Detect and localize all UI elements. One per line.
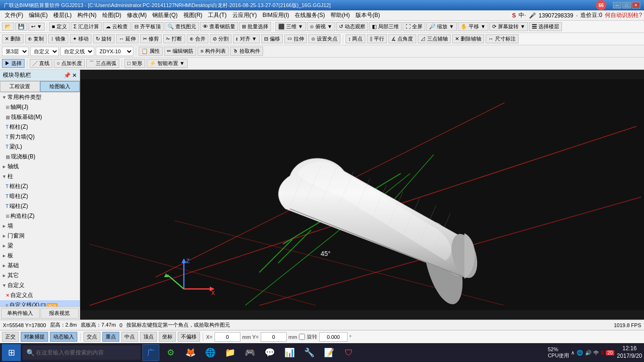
btn-open[interactable]: 📂: [2, 23, 14, 31]
tree-item-common[interactable]: ▼ 常用构件类型: [0, 92, 80, 102]
btn-view-steel[interactable]: 👁 查看钢筋量: [200, 22, 238, 31]
menu-modify[interactable]: 修改(M): [124, 10, 149, 20]
viewport[interactable]: 45° Z X: [80, 70, 644, 320]
system-time[interactable]: 12:16 2017/9/20: [617, 345, 642, 360]
taskbar-app-8[interactable]: 📊: [281, 344, 298, 361]
menu-cloud[interactable]: 云应用(Y): [230, 10, 260, 20]
tree-item-frame-col[interactable]: T 框柱(Z): [0, 122, 80, 132]
tree-item-beam[interactable]: T 梁(L): [0, 142, 80, 152]
menu-component[interactable]: 构件(N): [74, 10, 99, 20]
btn-property[interactable]: 📋 属性: [139, 47, 163, 56]
btn-no-move[interactable]: 不偏移: [178, 332, 200, 342]
btn-ortho[interactable]: 正交: [2, 332, 19, 342]
btn-find[interactable]: 🔍 查找图元: [165, 22, 199, 31]
tree-item-az[interactable]: T 暗柱(Z): [0, 191, 80, 201]
tree-item-slab[interactable]: ▦ 现浇板(B): [0, 152, 80, 162]
tree-item-raft[interactable]: ▦ 筏板基础(M): [0, 112, 80, 122]
taskbar-app-5[interactable]: 📁: [222, 344, 239, 361]
menu-online[interactable]: 在线服务(S): [292, 10, 328, 20]
btn-parallel[interactable]: ∥ 平行: [367, 34, 387, 43]
tree-item-custom-line[interactable]: ≡ 自定义线(X) ⊞ NEW: [0, 300, 80, 306]
btn-coord[interactable]: 坐标: [159, 332, 176, 342]
btn-vertex[interactable]: 顶点: [140, 332, 157, 342]
btn-save[interactable]: 💾: [15, 23, 27, 31]
tree-item-door-window[interactable]: ► 门窗洞: [0, 231, 80, 241]
btn-flatten[interactable]: ⊟ 齐平板顶: [132, 22, 164, 31]
btn-move[interactable]: ✦ 移动: [70, 34, 91, 43]
taskbar-app-7[interactable]: 💬: [261, 344, 278, 361]
3d-scene[interactable]: 45° Z X: [80, 70, 644, 320]
taskbar-app-10[interactable]: 📝: [321, 344, 338, 361]
tree-item-custom-group[interactable]: ▼ 自定义: [0, 280, 80, 290]
minimize-button[interactable]: ─: [613, 2, 621, 8]
tree-item-gzz[interactable]: ⊞ 构造柱(Z): [0, 211, 80, 221]
rotate-input[interactable]: [319, 332, 347, 342]
btn-3arc[interactable]: ⌒ 三点画弧: [86, 59, 119, 68]
btn-define[interactable]: ■ 定义: [49, 22, 70, 31]
btn-delete[interactable]: ✕ 删除: [2, 34, 24, 43]
menu-help[interactable]: 帮助(H): [328, 10, 353, 20]
menu-floor[interactable]: 楼层(L): [50, 10, 74, 20]
close-button[interactable]: ✕: [632, 2, 640, 8]
menu-draw[interactable]: 绘图(D): [99, 10, 124, 20]
menu-version[interactable]: 版本号(B): [353, 10, 383, 20]
btn-smart[interactable]: ⚡ 智能布置 ▼: [147, 59, 188, 68]
taskbar-search[interactable]: [23, 346, 140, 360]
btn-local-3d[interactable]: ◧ 局部三维: [369, 22, 402, 31]
nav-close[interactable]: ✕: [72, 72, 77, 79]
btn-dim[interactable]: ↔ 尺寸标注: [486, 34, 519, 43]
btn-line[interactable]: ╱ 直线: [30, 59, 52, 68]
btn-select[interactable]: ▶ 选择: [2, 59, 25, 68]
btn-single-input[interactable]: 单构件输入: [1, 308, 40, 319]
menu-bim[interactable]: BIM应用(I): [260, 10, 292, 20]
btn-copy[interactable]: ⊕ 复制: [25, 34, 47, 43]
taskbar-app-9[interactable]: 🔧: [301, 344, 318, 361]
btn-sum[interactable]: Σ 汇总计算: [71, 22, 102, 31]
btn-point-len[interactable]: ○ 点加长度: [54, 59, 85, 68]
btn-top-view[interactable]: ⊙ 俯视 ▼: [307, 22, 335, 31]
start-button[interactable]: ⊞: [2, 344, 21, 361]
btn-endpoint[interactable]: 重点: [102, 332, 119, 342]
btn-grip[interactable]: ⊙ 设置夹点: [308, 34, 340, 43]
btn-offset[interactable]: ⊟ 偏移: [261, 34, 283, 43]
taskbar-app-3[interactable]: 🦊: [182, 344, 199, 361]
btn-merge[interactable]: ⊕ 合并: [187, 34, 208, 43]
line-type-select[interactable]: 自定义线: [60, 47, 94, 56]
btn-snap[interactable]: 对象捕捉: [21, 332, 48, 342]
x-input[interactable]: [215, 332, 240, 342]
btn-angle-point[interactable]: ∡ 点角度: [388, 34, 416, 43]
btn-project-settings[interactable]: 工程设置: [0, 81, 40, 92]
btn-align[interactable]: ⫾ 对齐 ▼: [233, 34, 260, 43]
btn-stretch[interactable]: ⇔ 拉伸: [284, 34, 307, 43]
tree-item-kz[interactable]: T 框柱(Z): [0, 181, 80, 191]
btn-extend[interactable]: ↔ 延伸: [116, 34, 139, 43]
btn-split[interactable]: ⊘ 分割: [210, 34, 231, 43]
btn-midpoint[interactable]: 中点: [121, 332, 138, 342]
menu-view[interactable]: 视图(R): [181, 10, 206, 20]
nav-pin[interactable]: 📌: [64, 72, 71, 79]
btn-dynamic[interactable]: 动态输入: [50, 332, 77, 342]
tree-item-axisline[interactable]: ► 轴线: [0, 162, 80, 172]
btn-undo[interactable]: ↩ ▼: [28, 23, 45, 31]
taskbar-app-11[interactable]: 🛡: [340, 344, 357, 361]
tray-up-arrow[interactable]: ∧: [571, 350, 575, 356]
tree-item-wall-group[interactable]: ► 墙: [0, 221, 80, 231]
btn-component-list[interactable]: ≡ 构件列表: [198, 47, 228, 56]
tree-item-others[interactable]: ► 其它: [0, 271, 80, 280]
btn-report[interactable]: 报表视览: [41, 308, 79, 319]
rotate-checkbox[interactable]: [299, 334, 305, 340]
btn-zoom[interactable]: 🔎 缩放 ▼: [426, 22, 457, 31]
btn-rect[interactable]: □ 矩形: [124, 59, 145, 68]
y-input[interactable]: [261, 332, 287, 342]
tree-item-axis[interactable]: ⊞ 轴网(J): [0, 102, 80, 112]
btn-3d[interactable]: ⬛ 三维 ▼: [275, 22, 306, 31]
taskbar-app-2[interactable]: ⚙: [162, 344, 179, 361]
tray-ime[interactable]: 中: [594, 349, 599, 356]
menu-edit[interactable]: 编辑(E): [26, 10, 50, 20]
btn-pan[interactable]: ✋ 平移 ▼: [458, 22, 488, 31]
btn-del-axis[interactable]: ✕ 删除辅轴: [452, 34, 484, 43]
btn-break[interactable]: ✁ 打断: [163, 34, 185, 43]
btn-intersection[interactable]: 交点: [83, 332, 100, 342]
floor-select[interactable]: 第3层: [2, 47, 29, 56]
maximize-button[interactable]: □: [622, 2, 631, 8]
